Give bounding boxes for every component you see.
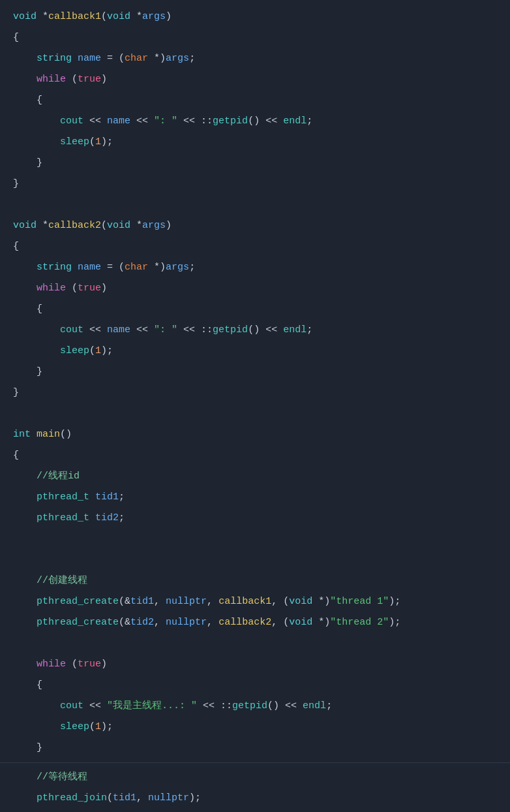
line-cb1-while-close: } <box>0 153 510 174</box>
line-cb2-while: while (true) <box>0 278 510 299</box>
line-cb1-while-open: { <box>0 90 510 111</box>
line-cb2-close: } <box>0 383 510 403</box>
line-cb1-string: string name = (char *)args; <box>0 48 510 69</box>
line-cb2-while-open: { <box>0 299 510 320</box>
line-cb1-while: while (true) <box>0 69 510 90</box>
line-main-while-open: { <box>0 675 510 696</box>
line-comment-create: //创建线程 <box>0 570 510 591</box>
line-main-cout: cout << "我是主线程...: " << ::getpid() << en… <box>0 696 510 717</box>
line-main-sleep: sleep(1); <box>0 717 510 738</box>
line-create2: pthread_create(&tid2, nullptr, callback2… <box>0 612 510 633</box>
line-callback1-sig: void *callback1(void *args) <box>0 7 510 27</box>
line-tid1: pthread_t tid1; <box>0 487 510 508</box>
line-main-while-close: } <box>0 738 510 758</box>
line-blank3 <box>0 529 510 550</box>
line-cb1-open: { <box>0 27 510 48</box>
line-tid2: pthread_t tid2; <box>0 508 510 529</box>
line-comment-join: //等待线程 <box>0 767 510 788</box>
line-comment-tid: //线程id <box>0 466 510 487</box>
line-blank4 <box>0 550 510 570</box>
line-cb1-sleep: sleep(1); <box>0 132 510 153</box>
line-cb2-while-close: } <box>0 362 510 383</box>
line-cb2-string: string name = (char *)args; <box>0 257 510 278</box>
line-create1: pthread_create(&tid1, nullptr, callback1… <box>0 591 510 612</box>
line-cb1-close: } <box>0 174 510 195</box>
line-main-sig: int main() <box>0 424 510 445</box>
line-join2: pthread_join(tid2, nullptr); <box>0 809 510 812</box>
line-main-open: { <box>0 445 510 466</box>
line-main-while: while (true) <box>0 654 510 675</box>
line-blank2 <box>0 403 510 424</box>
line-cb1-cout: cout << name << ": " << ::getpid() << en… <box>0 111 510 132</box>
section-divider <box>0 762 510 763</box>
line-cb2-cout: cout << name << ": " << ::getpid() << en… <box>0 320 510 341</box>
line-join1: pthread_join(tid1, nullptr); <box>0 788 510 809</box>
line-cb2-sleep: sleep(1); <box>0 341 510 362</box>
line-blank5 <box>0 633 510 654</box>
line-callback2-sig: void *callback2(void *args) <box>0 215 510 236</box>
line-cb2-open: { <box>0 236 510 257</box>
code-container: void *callback1(void *args) { string nam… <box>0 7 510 812</box>
line-blank1 <box>0 195 510 215</box>
